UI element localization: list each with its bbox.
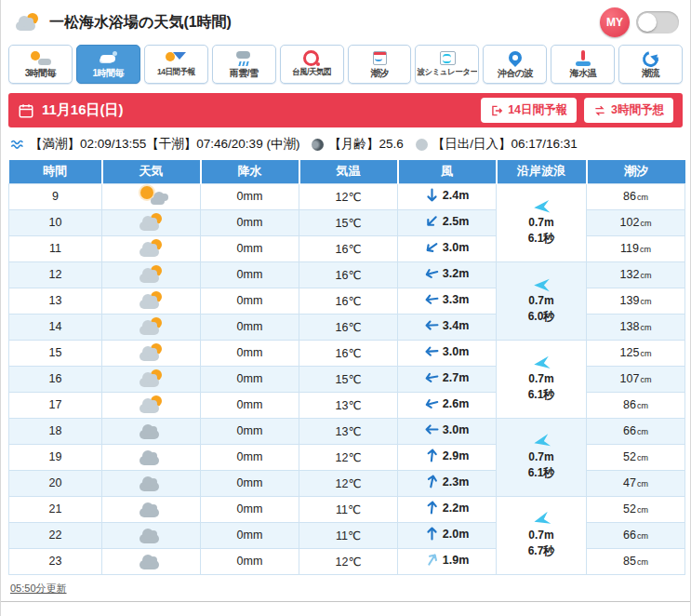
forecast-14day-button[interactable]: 14日間予報: [481, 98, 577, 123]
temp-cell: 12℃: [299, 444, 398, 470]
weather-cell: [102, 183, 201, 209]
sun-umbrella-icon: [165, 50, 187, 66]
temp-cell: 12℃: [299, 470, 398, 496]
wave-cell: 0.7m6.1秒: [497, 183, 587, 261]
sea-temp-icon: [572, 50, 594, 66]
tide-times-text: 【満潮】02:09/13:55【干潮】07:46/20:39 (中潮): [30, 136, 299, 153]
wind-direction-icon: [424, 500, 439, 515]
forecast-table-header: 時間天気降水気温風沿岸波浪潮汐: [9, 160, 685, 183]
weather-icon: [136, 395, 167, 415]
weather-cell: [102, 470, 201, 496]
weather-cell: [102, 209, 201, 235]
wind-direction-icon: [422, 237, 442, 257]
wind-direction-icon: [423, 264, 440, 281]
wind-cell: 3.0m: [398, 235, 497, 261]
weather-cell: [102, 418, 201, 444]
weather-cell: [102, 366, 201, 392]
temp-cell: 16℃: [299, 235, 398, 261]
precip-cell: 0mm: [201, 235, 299, 261]
tab-label: 海水温: [552, 67, 613, 80]
precip-cell: 0mm: [201, 418, 299, 444]
temp-cell: 16℃: [299, 261, 398, 288]
weather-cell: [102, 340, 201, 366]
hour-cell: 14: [9, 314, 102, 340]
tide-wave-icon: [10, 137, 25, 152]
page: 一松海水浴場の天気(1時間) MY 3時間毎1時間毎14日間予報雨雲/雪台風/天…: [0, 0, 691, 616]
wave-height: 0.7m: [497, 528, 586, 542]
hour-cell: 19: [9, 444, 102, 470]
wave-period: 6.7秒: [497, 543, 586, 558]
weather-icon: [136, 421, 167, 441]
forecast-row: 120mm16℃3.2m0.7m6.0秒132cm: [9, 261, 685, 288]
my-badge[interactable]: MY: [600, 7, 630, 37]
wind-direction-icon: [425, 188, 439, 202]
page-title: 一松海水浴場の天気(1時間): [49, 13, 232, 33]
wave-direction-icon: [531, 433, 551, 452]
column-header-4: 風: [398, 160, 497, 183]
tab-sea-temp[interactable]: 海水温: [551, 45, 615, 84]
temp-cell: 13℃: [299, 392, 398, 418]
temp-cell: 12℃: [299, 548, 398, 574]
precip-cell: 0mm: [201, 392, 299, 418]
tab-3hourly[interactable]: 3時間毎: [8, 45, 73, 84]
tab-label: 潮汐: [350, 67, 410, 80]
weather-cell: [102, 314, 201, 340]
weather-cell: [102, 392, 201, 418]
tab-1hourly[interactable]: 1時間毎: [76, 45, 140, 84]
tab-wave-simulator[interactable]: 波シミュレーター: [415, 45, 479, 84]
tab-label: 3時間毎: [10, 67, 71, 80]
date-bar: 11月16日(日) 14日間予報 3時間予想: [8, 93, 683, 127]
site-weather-logo-icon: [12, 12, 44, 33]
my-toggle-switch[interactable]: [636, 11, 679, 33]
wind-direction-icon: [422, 211, 442, 231]
precip-cell: 0mm: [201, 261, 299, 288]
temp-cell: 15℃: [299, 209, 398, 235]
tide-cell: 86cm: [587, 392, 685, 418]
tide-cell: 132cm: [587, 261, 685, 288]
wave-period: 6.1秒: [497, 465, 586, 480]
tab-typhoon[interactable]: 台風/天気図: [280, 45, 344, 84]
hour-cell: 11: [9, 235, 102, 261]
wind-cell: 3.4m: [398, 314, 497, 340]
forecast-3hour-button[interactable]: 3時間予想: [584, 98, 673, 123]
tab-rain-cloud[interactable]: 雨雲/雪: [212, 45, 276, 84]
forecast-row: 210mm11℃2.2m0.7m6.7秒52cm: [9, 496, 685, 522]
wind-cell: 3.0m: [398, 340, 497, 366]
tide-cell: 52cm: [587, 496, 685, 522]
tab-current[interactable]: 潮流: [618, 45, 683, 84]
hour-cell: 20: [9, 470, 102, 496]
wave-cell: 0.7m6.7秒: [497, 496, 587, 574]
calendar-icon: [18, 102, 34, 119]
tab-label: 沖合の波: [485, 67, 545, 80]
hour-cell: 23: [9, 548, 102, 574]
wind-direction-icon: [424, 291, 440, 307]
wind-cell: 2.6m: [398, 392, 497, 418]
temp-cell: 13℃: [299, 418, 398, 444]
date-label: 11月16日(日): [42, 101, 124, 119]
wave-period: 6.0秒: [497, 309, 586, 324]
precip-cell: 0mm: [201, 183, 299, 209]
weather-icon: [136, 551, 167, 571]
tab-tide[interactable]: 潮汐: [348, 45, 412, 84]
forecast-3hour-label: 3時間予想: [611, 102, 664, 118]
wind-cell: 3.2m: [398, 261, 497, 288]
moon-age-text: 【月齢】25.6: [328, 136, 403, 153]
weather-icon: [136, 264, 167, 285]
wave-direction-icon: [532, 199, 551, 217]
tab-14day[interactable]: 14日間予報: [144, 45, 208, 84]
precip-cell: 0mm: [201, 288, 299, 314]
moon-icon: [312, 139, 324, 151]
hour-cell: 22: [9, 522, 102, 548]
temp-cell: 11℃: [299, 522, 398, 548]
hour-cell: 18: [9, 418, 102, 444]
tide-info-line: 【満潮】02:09/13:55【干潮】07:46/20:39 (中潮) 【月齢】…: [1, 127, 690, 160]
hour-cell: 15: [9, 340, 102, 366]
weather-icon: [136, 525, 167, 545]
weather-cell: [102, 444, 201, 470]
weather-cell: [102, 261, 201, 288]
tab-offshore-wave[interactable]: 沖合の波: [483, 45, 547, 84]
weather-icon: [136, 238, 167, 259]
tide-calendar-icon: [368, 50, 391, 66]
updated-time-link[interactable]: 05:50分更新: [10, 582, 67, 596]
tide-cell: 47cm: [587, 470, 685, 496]
